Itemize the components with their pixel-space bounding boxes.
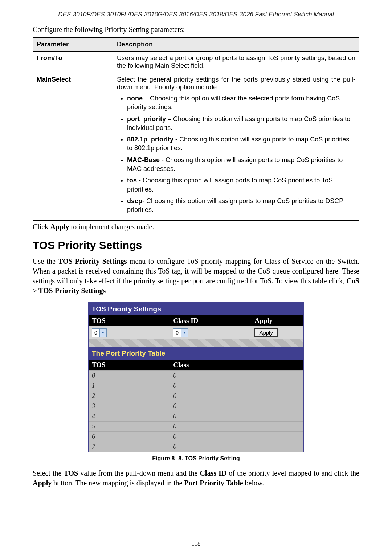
- tos-body-paragraph: Use the TOS Priority Settings menu to co…: [33, 257, 359, 296]
- port-row: 20: [89, 391, 303, 401]
- port-row: 00: [89, 370, 303, 381]
- header-rule: [33, 20, 359, 20]
- port-header-row: TOS Class: [89, 360, 303, 371]
- apply-button[interactable]: Apply: [254, 328, 278, 337]
- mainselect-options: none – Choosing this option will clear t…: [117, 94, 355, 214]
- apply-instruction: Click Apply to implement changes made.: [33, 223, 359, 231]
- chevron-down-icon: ▼: [99, 329, 106, 337]
- port-row: 10: [89, 381, 303, 391]
- col-classid: Class ID: [170, 315, 252, 326]
- option-8021p-priority: 802.1p_priority - Choosing this option w…: [127, 135, 355, 153]
- option-tos: tos - Choosing this option will assign p…: [127, 176, 355, 194]
- classid-select[interactable]: 0 ▼: [173, 328, 188, 337]
- tos-select[interactable]: 0 ▼: [92, 328, 107, 337]
- port-row: 40: [89, 411, 303, 421]
- param-name: From/To: [33, 52, 113, 73]
- tos-body-paragraph-2: Select the TOS value from the pull-down …: [33, 468, 359, 488]
- option-dscp: dscp- Choosing this option will assign p…: [127, 197, 355, 214]
- option-port-priority: port_priority – Choosing this option wil…: [127, 115, 355, 132]
- intro-text: Configure the following Priority Setting…: [33, 25, 359, 34]
- col-apply: Apply: [252, 315, 303, 326]
- tos-settings-screenshot: TOS Priority Settings TOS Class ID Apply…: [88, 302, 304, 452]
- param-name: MainSelect: [33, 73, 113, 221]
- tos-select-value: 0: [92, 330, 99, 336]
- port-row: 70: [89, 442, 303, 452]
- port-col-tos: TOS: [89, 360, 170, 371]
- panel-separator: [89, 339, 303, 347]
- option-none: none – Choosing this option will clear t…: [127, 94, 355, 112]
- param-desc-lead: Select the general priority settings for…: [117, 76, 355, 91]
- tos-header-row: TOS Class ID Apply: [89, 315, 303, 326]
- chevron-down-icon: ▼: [181, 329, 188, 337]
- param-row-mainselect: MainSelect Select the general priority s…: [33, 73, 359, 221]
- panel-title-tos-settings: TOS Priority Settings: [89, 303, 303, 315]
- figure-caption: Figure 8- 8. TOS Priority Setting: [33, 455, 359, 462]
- section-heading-tos: TOS Priority Settings: [33, 239, 359, 251]
- col-description: Description: [113, 38, 359, 52]
- port-row: 50: [89, 421, 303, 431]
- param-row-fromto: From/To Users may select a port or group…: [33, 52, 359, 73]
- param-desc: Users may select a port or group of port…: [113, 52, 359, 73]
- tos-control-row: 0 ▼ 0 ▼ Apply: [89, 326, 303, 339]
- port-col-class: Class: [170, 360, 303, 371]
- parameter-table: Parameter Description From/To Users may …: [33, 37, 359, 221]
- port-row: 30: [89, 401, 303, 411]
- port-row: 60: [89, 431, 303, 442]
- param-desc: Select the general priority settings for…: [113, 73, 359, 221]
- col-parameter: Parameter: [33, 38, 113, 52]
- running-header: DES-3010F/DES-3010FL/DES-3010G/DES-3016/…: [33, 11, 359, 20]
- panel-title-port-priority: The Port Priority Table: [89, 347, 303, 360]
- option-mac-base: MAC-Base - Choosing this option will ass…: [127, 156, 355, 173]
- page-number: 118: [0, 540, 392, 547]
- classid-select-value: 0: [173, 330, 181, 336]
- col-tos: TOS: [89, 315, 170, 326]
